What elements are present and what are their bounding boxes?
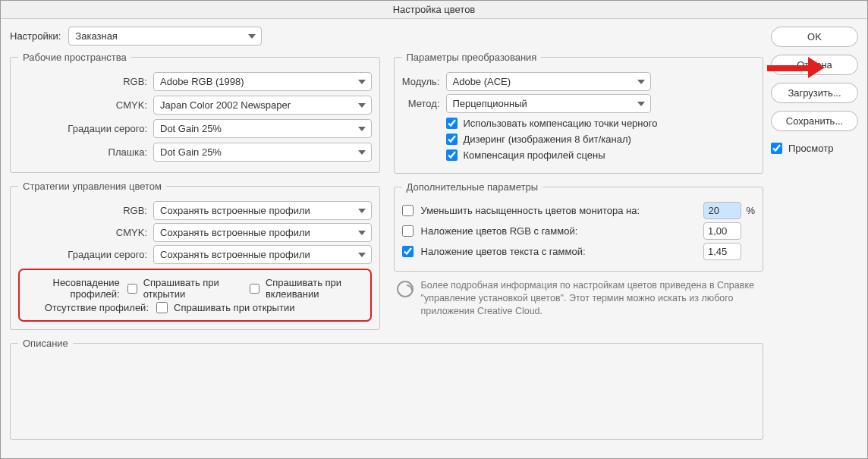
rgb-label: RGB: bbox=[18, 76, 147, 87]
intent-select[interactable]: Перцепционный bbox=[446, 94, 651, 113]
dialog-title: Настройка цветов bbox=[1, 1, 867, 19]
info-text: Более подробная информация по настройкам… bbox=[421, 279, 761, 318]
rgb-gamma-label: Наложение цветов RGB с гаммой: bbox=[421, 225, 700, 237]
advanced-legend: Дополнительные параметры bbox=[402, 181, 543, 193]
desat-label: Уменьшить насыщенность цветов монитора н… bbox=[421, 205, 700, 216]
missing-open-label: Спрашивать при открытии bbox=[174, 302, 294, 313]
scene-checkbox[interactable] bbox=[446, 149, 458, 161]
dither-checkbox[interactable] bbox=[446, 134, 458, 145]
mismatch-label: Несовпадение профилей: bbox=[26, 277, 120, 300]
preview-checkbox[interactable] bbox=[771, 143, 782, 154]
missing-label: Отсутствие профилей: bbox=[26, 302, 149, 313]
conversion-legend: Параметры преобразования bbox=[402, 52, 542, 63]
mismatch-open-checkbox[interactable] bbox=[127, 283, 137, 294]
policies-legend: Стратегии управления цветом bbox=[18, 181, 166, 192]
intent-label: Метод: bbox=[402, 98, 440, 109]
mismatch-paste-label: Спрашивать при вклеивании bbox=[266, 277, 364, 300]
text-gamma-input[interactable] bbox=[703, 243, 741, 260]
desat-input[interactable] bbox=[703, 202, 741, 219]
rgb-gamma-input[interactable] bbox=[703, 222, 741, 240]
preview-label: Просмотр bbox=[788, 143, 833, 154]
policy-rgb-label: RGB: bbox=[18, 205, 147, 216]
policies-fieldset: Стратегии управления цветом RGB: Сохраня… bbox=[10, 181, 380, 330]
workspaces-legend: Рабочие пространства bbox=[18, 52, 131, 63]
workspaces-fieldset: Рабочие пространства RGB: Adobe RGB (199… bbox=[10, 52, 380, 173]
policy-rgb-select[interactable]: Сохранять встроенные профили bbox=[153, 201, 372, 220]
scene-label: Компенсация профилей сцены bbox=[464, 149, 605, 161]
ok-button[interactable]: OK bbox=[771, 27, 858, 47]
gray-label: Градации серого: bbox=[18, 123, 147, 134]
description-fieldset: Описание bbox=[10, 338, 763, 440]
info-icon bbox=[397, 281, 414, 297]
gray-select[interactable]: Dot Gain 25% bbox=[153, 119, 372, 138]
engine-select[interactable]: Adobe (ACE) bbox=[446, 72, 651, 91]
spot-select[interactable]: Dot Gain 25% bbox=[153, 143, 372, 162]
bpc-label: Использовать компенсацию точки черного bbox=[464, 118, 658, 129]
rgb-select[interactable]: Adobe RGB (1998) bbox=[153, 72, 372, 91]
settings-select[interactable]: Заказная bbox=[68, 27, 262, 46]
advanced-fieldset: Дополнительные параметры Уменьшить насыщ… bbox=[394, 181, 764, 272]
policy-gray-label: Градации серого: bbox=[18, 249, 147, 260]
save-button[interactable]: Сохранить... bbox=[771, 111, 858, 131]
policy-cmyk-select[interactable]: Сохранять встроенные профили bbox=[153, 223, 372, 242]
dither-label: Дизеринг (изображения 8 бит/канал) bbox=[464, 134, 631, 145]
mismatch-paste-checkbox[interactable] bbox=[250, 283, 259, 294]
load-button[interactable]: Загрузить... bbox=[771, 83, 858, 103]
mismatch-open-label: Спрашивать при открытии bbox=[143, 277, 233, 300]
engine-label: Модуль: bbox=[402, 76, 440, 87]
desat-checkbox[interactable] bbox=[402, 205, 414, 216]
desat-pct: % bbox=[746, 205, 755, 216]
cmyk-label: CMYK: bbox=[18, 99, 147, 111]
cmyk-select[interactable]: Japan Color 2002 Newspaper bbox=[153, 96, 372, 115]
text-gamma-label: Наложение цветов текста с гаммой: bbox=[421, 246, 700, 257]
settings-label: Настройки: bbox=[10, 30, 61, 42]
rgb-gamma-checkbox[interactable] bbox=[402, 225, 414, 237]
missing-open-checkbox[interactable] bbox=[156, 302, 168, 313]
text-gamma-checkbox[interactable] bbox=[402, 246, 414, 257]
policy-cmyk-label: CMYK: bbox=[18, 227, 147, 238]
spot-label: Плашка: bbox=[18, 146, 147, 158]
policy-gray-select[interactable]: Сохранять встроенные профили bbox=[153, 245, 372, 264]
conversion-fieldset: Параметры преобразования Модуль: Adobe (… bbox=[394, 52, 764, 174]
description-legend: Описание bbox=[18, 338, 73, 349]
profile-highlight-box: Несовпадение профилей: Спрашивать при от… bbox=[18, 269, 372, 322]
bpc-checkbox[interactable] bbox=[446, 118, 458, 129]
